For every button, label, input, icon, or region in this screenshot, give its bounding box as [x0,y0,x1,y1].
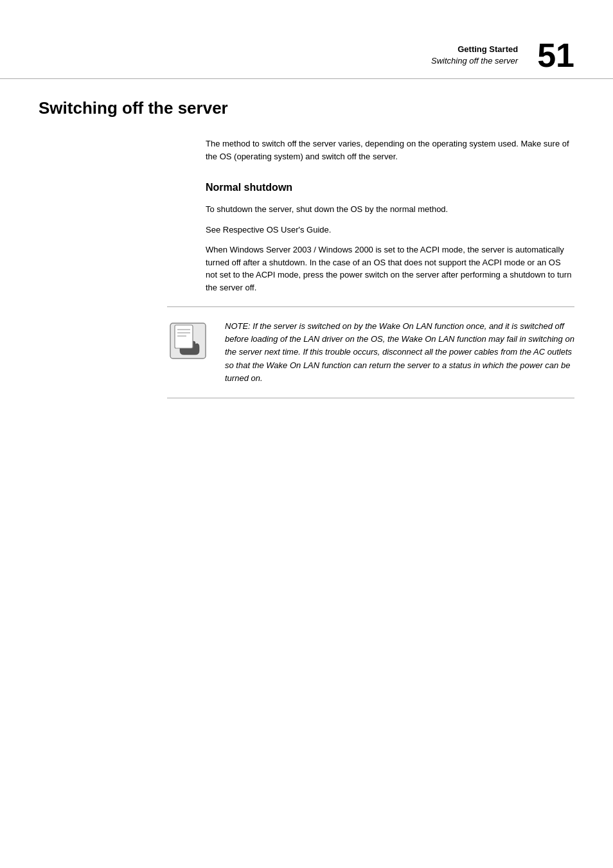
page-header: Getting Started Switching off the server… [0,0,613,79]
shutdown-paragraph-3: When Windows Server 2003 / Windows 2000 … [206,244,574,294]
shutdown-paragraph-2: See Respective OS User's Guide. [206,224,574,236]
svg-rect-1 [175,325,193,348]
header-text-block: Getting Started Switching off the server [431,44,518,67]
header-page-number: 51 [537,39,574,72]
note-text: NOTE: If the server is switched on by th… [225,320,574,385]
intro-paragraph: The method to switch off the server vari… [206,137,574,163]
shutdown-paragraph-1: To shutdown the server, shut down the OS… [206,203,574,216]
page: Getting Started Switching off the server… [0,0,613,868]
header-right: Getting Started Switching off the server… [431,39,574,72]
chapter-title: Switching off the server [39,98,231,118]
note-box: NOTE: If the server is switched on by th… [167,306,574,398]
header-page-subtitle: Switching off the server [431,55,518,67]
normal-shutdown-heading: Normal shutdown [206,182,574,193]
main-content: Switching off the server The method to s… [0,79,613,437]
note-hand-icon [167,320,209,362]
note-icon [167,320,212,364]
header-section-title: Getting Started [431,44,518,55]
